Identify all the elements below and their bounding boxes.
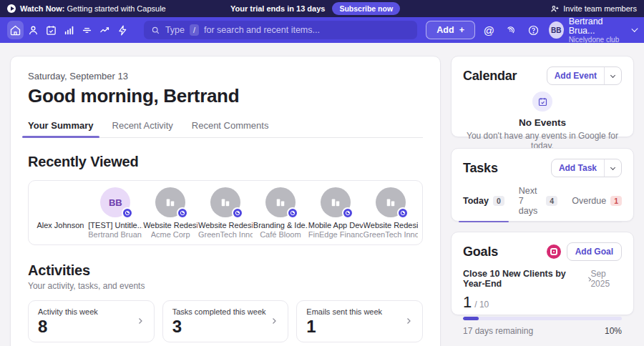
- broadcast-icon[interactable]: [503, 21, 519, 39]
- search-icon: [151, 26, 160, 35]
- trial-countdown: Your trial ends in 13 days: [230, 4, 325, 13]
- summary-panel: Saturday, September 13 Good morning, Ber…: [10, 56, 441, 346]
- help-icon[interactable]: [525, 21, 542, 39]
- dashboard-page: Watch Now:Getting started with Capsule Y…: [0, 0, 644, 346]
- main-navbar: Type / for search and recent items... Ad…: [0, 17, 644, 43]
- avatar: [265, 187, 296, 217]
- summary-tabs: Your Summary Recent Activity Recent Comm…: [28, 120, 423, 138]
- tasks-panel: Tasks Add Task Today 0 Next 7 days 4 Ove…: [451, 148, 634, 222]
- organization-icon: [329, 196, 342, 209]
- opportunity-badge-icon: [122, 207, 133, 219]
- nav-people-icon[interactable]: [25, 21, 42, 39]
- nav-trend-icon[interactable]: [97, 21, 113, 39]
- chevron-right-icon: [404, 315, 413, 328]
- organization-icon: [274, 196, 287, 209]
- goal-due-date: Sep 2025: [590, 269, 622, 289]
- user-org: Nicelydone club: [569, 36, 623, 44]
- calendar-panel: Calendar Add Event No Events You don't h…: [451, 56, 634, 137]
- watch-now-text: Watch Now:Getting started with Capsule: [20, 4, 166, 13]
- chevron-right-icon: [136, 315, 145, 328]
- nav-calendar-icon[interactable]: [43, 21, 59, 39]
- list-item[interactable]: Website Redesi... GreenTech Inno...: [198, 187, 253, 239]
- organization-icon: [164, 196, 177, 209]
- opportunity-badge-icon: [397, 207, 409, 219]
- tab-today[interactable]: Today 0: [463, 186, 504, 222]
- opportunity-badge-icon: [287, 207, 298, 219]
- opportunity-badge-icon: [342, 207, 353, 219]
- count-badge: 0: [493, 196, 504, 206]
- add-event-button[interactable]: Add Event: [547, 67, 604, 84]
- list-item[interactable]: Website Redesi... GreenTech Inno...: [363, 187, 418, 239]
- nav-lightning-icon[interactable]: [114, 21, 131, 39]
- goal-progress-bar: [463, 317, 622, 320]
- tab-your-summary[interactable]: Your Summary: [28, 120, 94, 137]
- tasks-completed-card[interactable]: Tasks completed this week 3: [162, 300, 289, 342]
- nav-home-icon[interactable]: [7, 21, 24, 39]
- user-avatar: BB: [549, 21, 564, 39]
- user-menu[interactable]: BB Bertrand Brua... Nicelydone club: [549, 17, 637, 44]
- list-item[interactable]: BB [TEST] Untitle... Bertrand Bruan...: [88, 187, 143, 239]
- tab-recent-comments[interactable]: Recent Comments: [192, 120, 269, 137]
- avatar: [45, 187, 75, 217]
- goals-panel: Goals Add Goal Close 10 New Clients by Y…: [451, 232, 634, 315]
- goal-link[interactable]: Close 10 New Clients by Year-End: [463, 269, 590, 289]
- goal-current-value: 1: [463, 293, 472, 312]
- avatar: [321, 187, 351, 217]
- activity-this-week-card[interactable]: Activity this week 8: [28, 300, 155, 342]
- add-button[interactable]: Add+: [426, 21, 475, 39]
- list-item[interactable]: Branding & Ide... Café Bloom: [253, 187, 308, 239]
- calendar-empty-icon: [532, 92, 552, 112]
- goals-title: Goals: [463, 244, 498, 260]
- tab-overdue[interactable]: Overdue 1: [572, 186, 622, 222]
- activities-title: Activities: [28, 262, 423, 279]
- add-task-button[interactable]: Add Task: [552, 159, 604, 177]
- goal-target-icon: [547, 244, 561, 259]
- tab-next-7-days[interactable]: Next 7 days 4: [519, 186, 557, 222]
- list-item[interactable]: Alex Johnson: [33, 187, 88, 239]
- avatar: [155, 187, 185, 217]
- add-event-dropdown[interactable]: [604, 67, 621, 84]
- list-item[interactable]: Mobile App Dev... FinEdge Financ...: [308, 187, 363, 239]
- chevron-right-icon: [270, 315, 278, 328]
- chevron-down-icon: [631, 26, 638, 32]
- recently-viewed-list: Alex Johnson BB [TEST] Untitle... Bertra…: [28, 180, 423, 245]
- tasks-tabs: Today 0 Next 7 days 4 Overdue 1: [463, 186, 622, 222]
- greeting-title: Good morning, Bertrand: [28, 85, 423, 107]
- search-input[interactable]: Type / for search and recent items...: [144, 21, 417, 39]
- chevron-down-icon: [610, 72, 615, 77]
- current-date: Saturday, September 13: [28, 71, 423, 81]
- watch-now-link[interactable]: Watch Now:Getting started with Capsule: [7, 4, 166, 13]
- opportunity-badge-icon: [177, 207, 188, 219]
- add-event-split-button: Add Event: [547, 66, 622, 85]
- tasks-title: Tasks: [463, 161, 498, 176]
- subscribe-button[interactable]: Subscribe now: [332, 2, 400, 15]
- overdue-count-badge: 1: [610, 196, 622, 206]
- avatar: [376, 187, 406, 217]
- goal-progress-fill: [463, 317, 479, 320]
- activities-subtitle: Your activity, tasks, and events: [28, 281, 423, 291]
- play-icon: [7, 4, 16, 13]
- recently-viewed-title: Recently Viewed: [28, 154, 423, 170]
- chevron-down-icon: [610, 164, 615, 169]
- goal-percent: 10%: [605, 326, 622, 336]
- mentions-icon[interactable]: @: [481, 21, 497, 39]
- plus-icon: +: [459, 25, 464, 35]
- user-name: Bertrand Brua...: [569, 17, 623, 36]
- slash-shortcut-chip: /: [190, 24, 199, 36]
- add-goal-button[interactable]: Add Goal: [567, 242, 622, 261]
- avatar: [210, 187, 240, 217]
- goal-days-remaining: 17 days remaining: [463, 326, 533, 336]
- person-add-icon: [550, 4, 560, 14]
- organization-icon: [219, 196, 232, 209]
- invite-team-link[interactable]: Invite team members: [550, 4, 637, 14]
- add-task-dropdown[interactable]: [604, 159, 621, 177]
- opportunity-badge-icon: [232, 207, 243, 219]
- goal-target-value: / 10: [474, 300, 489, 310]
- nav-pipeline-icon[interactable]: [79, 21, 95, 39]
- emails-sent-card[interactable]: Emails sent this week 1: [296, 300, 423, 342]
- tab-recent-activity[interactable]: Recent Activity: [112, 120, 173, 137]
- list-item[interactable]: Website Redesi... Acme Corp: [143, 187, 198, 239]
- nav-bar-chart-icon[interactable]: [61, 21, 77, 39]
- calendar-title: Calendar: [463, 69, 517, 84]
- calendar-empty-title: No Events: [463, 117, 622, 128]
